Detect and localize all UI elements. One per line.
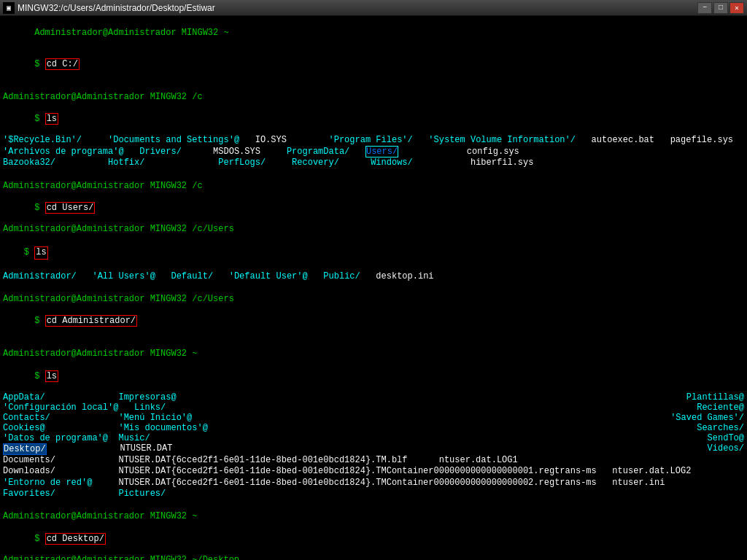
prompt-2: Administrador@Administrador MINGW32 /c xyxy=(3,92,744,104)
window-title: MINGW32:/c/Users/Administrador/Desktop/E… xyxy=(18,3,215,13)
ls-output-4: Administrador/ 'All Users'@ Default/ 'De… xyxy=(3,271,744,283)
cmd-cd-desktop: cd Desktop/ xyxy=(45,533,106,545)
ls-output-6-row4: Cookies@ 'Mis documentos'@ Searches/ xyxy=(3,423,744,433)
blank5 xyxy=(3,500,744,512)
cmd-ls-3: ls xyxy=(45,370,58,382)
cmd-cd-admin: cd Administrador/ xyxy=(45,315,137,327)
section-1-cmd: $ cd C:/ Con cd C:/ ingresas al disco du… xyxy=(3,48,744,80)
section-3-cmd: $ cd Users/ Por lo general nuestros arch… xyxy=(3,192,744,224)
ls-output-6-row9: 'Entorno de red'@ NTUSER.DAT{6cced2f1-6e… xyxy=(3,478,744,489)
cmd-ls-1: ls xyxy=(45,113,58,125)
section-7-cmd: $ cd Desktop/ Nuevamente cd y la ubicaci… xyxy=(3,523,744,555)
cmd-ls-2: ls xyxy=(34,246,47,260)
ls-output-2a: '$Recycle.Bin'/ 'Documents and Settings'… xyxy=(3,135,744,147)
close-button[interactable]: ✕ xyxy=(729,2,744,14)
prompt-1: Administrador@Administrador MINGW32 ~ xyxy=(34,28,228,38)
title-bar-left: ▣ MINGW32:/c/Users/Administrador/Desktop… xyxy=(3,2,215,14)
section-1-prompt: Administrador@Administrador MINGW32 ~ xyxy=(3,18,744,48)
annotation-7: Nuevamente cd y la ubicacion, recuerda l… xyxy=(106,523,339,544)
ls-output-6-row8: Downloads/ NTUSER.DAT{6cced2f1-6e01-11de… xyxy=(3,466,744,478)
ls-output-2b: 'Archivos de programa'@ Drivers/ MSDOS.S… xyxy=(3,147,744,158)
desktop-dir: Desktop/ xyxy=(3,443,47,455)
ls-output-2c: Bazooka32/ Hotfix/ PerfLogs/ Recovery/ W… xyxy=(3,158,744,169)
annotation-3: Por lo general nuestros archivos estarán… xyxy=(95,192,401,213)
ls-output-6-row3: Contacts/ 'Menú Inicio'@ 'Saved Games'/ xyxy=(3,413,744,423)
cmd-cd-c: cd C:/ xyxy=(45,58,80,70)
section-5-cmd: $ cd Administrador/ En mi caso está en l… xyxy=(3,305,744,337)
maximize-button[interactable]: □ xyxy=(713,2,728,14)
prompt-3: Administrador@Administrador MINGW32 /c xyxy=(3,181,744,192)
ls-output-6-row7: Documents/ NTUSER.DAT{6cced2f1-6e01-11de… xyxy=(3,455,744,467)
blank3 xyxy=(3,282,744,294)
ls-output-6-row10: Favorites/ Pictures/ xyxy=(3,489,744,500)
annotation-1: Con cd C:/ ingresas al disco duro local xyxy=(80,48,371,58)
blank xyxy=(3,80,744,92)
prompt-4: Administrador@Administrador MINGW32 /c/U… xyxy=(3,224,744,236)
ls-output-6-row2: 'Configuración local'@ Links/ Reciente@ xyxy=(3,402,744,413)
section-6-cmd: $ ls Recuerda el comando ls para que te … xyxy=(3,360,744,392)
blank4 xyxy=(3,337,744,349)
prompt-7: Administrador@Administrador MINGW32 ~ xyxy=(3,511,744,523)
prompt-8: Administrador@Administrador MINGW32 ~/De… xyxy=(3,555,744,560)
annotation-2: Con el comando ls te muestra todas las c… xyxy=(58,103,423,113)
prompt-5: Administrador@Administrador MINGW32 /c/U… xyxy=(3,294,744,306)
section-2-cmd: $ ls Con el comando ls te muestra todas … xyxy=(3,103,744,135)
terminal-area: Administrador@Administrador MINGW32 ~ $ … xyxy=(0,16,747,560)
annotation-5: En mi caso está en la carpeta administra… xyxy=(137,305,371,315)
minimize-button[interactable]: − xyxy=(697,2,712,14)
prompt-6: Administrador@Administrador MINGW32 ~ xyxy=(3,349,744,360)
terminal-icon: ▣ xyxy=(3,2,15,14)
ls-output-6-row1: AppData/ Impresoras@ Plantillas@ xyxy=(3,392,744,402)
section-4-cmd: $ ls xyxy=(3,236,744,271)
blank2 xyxy=(3,169,744,181)
ls-output-6-row5: 'Datos de programa'@ Music/ SendTo@ xyxy=(3,433,744,443)
window-controls: − □ ✕ xyxy=(697,2,744,14)
ls-output-6-row6: Desktop/ NTUSER.DAT Videos/ xyxy=(3,443,744,455)
title-bar: ▣ MINGW32:/c/Users/Administrador/Desktop… xyxy=(0,0,747,16)
cmd-cd-users: cd Users/ xyxy=(45,202,96,214)
annotation-6: Recuerda el comando ls para que te guíes… xyxy=(58,360,336,381)
